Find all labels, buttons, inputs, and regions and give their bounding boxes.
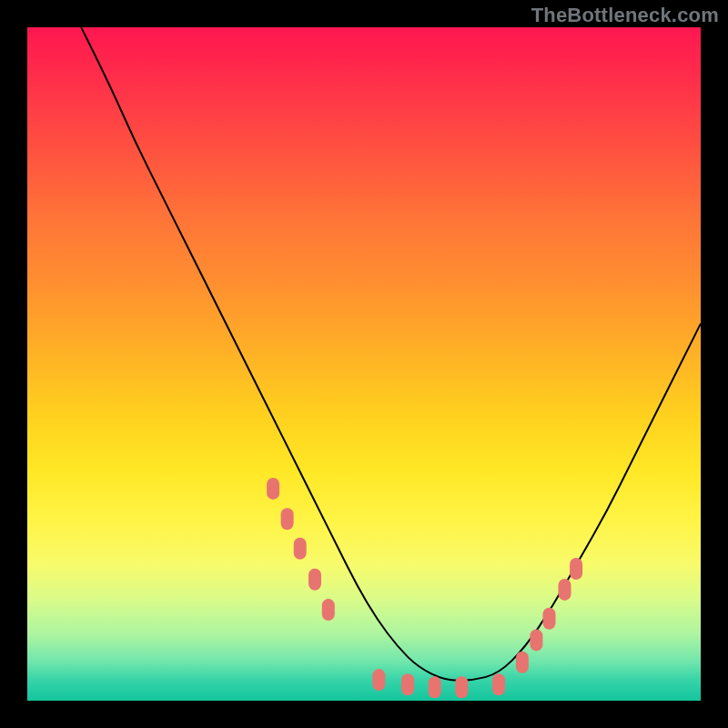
data-marker [429, 676, 441, 698]
marker-group [267, 478, 582, 698]
data-marker [267, 478, 279, 500]
data-marker [543, 608, 556, 630]
data-marker [294, 538, 307, 560]
data-marker [492, 673, 505, 695]
data-marker [516, 652, 529, 673]
watermark-text: TheBottleneck.com [531, 4, 719, 27]
chart-frame: TheBottleneck.com [0, 0, 728, 728]
data-marker [530, 629, 542, 651]
data-marker [455, 676, 468, 698]
data-marker [372, 669, 385, 691]
plot-area [27, 27, 701, 701]
chart-svg [27, 27, 701, 701]
data-marker [281, 508, 294, 530]
data-marker [308, 569, 321, 591]
data-marker [401, 673, 414, 695]
data-marker [570, 558, 582, 580]
bottleneck-curve [81, 27, 701, 681]
data-marker [322, 599, 335, 621]
data-marker [559, 579, 571, 601]
